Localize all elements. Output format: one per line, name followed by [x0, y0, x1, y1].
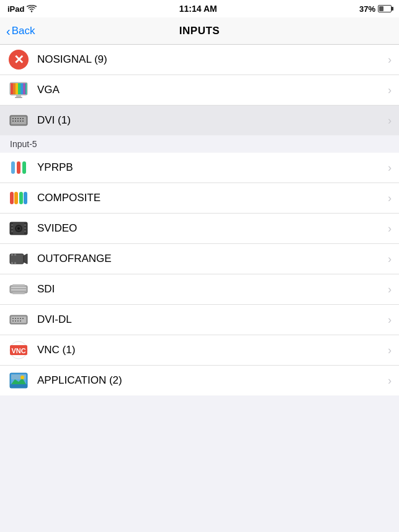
svg-rect-54: [11, 317, 26, 323]
list-item[interactable]: SVIDEO ›: [0, 214, 399, 244]
list-item[interactable]: DVI (1) ›: [0, 106, 399, 135]
page-title: INPUTS: [179, 25, 220, 37]
svg-rect-26: [10, 192, 14, 204]
vnc-icon: VNC: [7, 339, 30, 361]
svg-rect-62: [17, 320, 19, 322]
svg-rect-21: [20, 120, 21, 122]
svg-rect-27: [14, 192, 18, 204]
dvi-icon: [7, 109, 30, 132]
svg-rect-25: [22, 161, 26, 174]
chevron-right-icon: ›: [388, 84, 392, 97]
list-item[interactable]: SDI ›: [0, 274, 399, 305]
nosignal-icon: ✕: [7, 48, 30, 71]
list-item[interactable]: APPLICATION (2) ›: [0, 366, 399, 395]
yprpb-icon: [7, 156, 30, 179]
chevron-right-icon: ›: [388, 344, 392, 357]
vnc1-label: VNC (1): [37, 344, 383, 356]
outofrange-icon: [7, 248, 30, 270]
section-list: YPRPB › COMPOSITE ›: [0, 153, 399, 395]
svg-rect-55: [12, 318, 14, 319]
chevron-right-icon: ›: [388, 222, 392, 235]
status-left: iPad: [7, 4, 37, 14]
app2-label: APPLICATION (2): [37, 374, 383, 387]
composite-icon: [7, 187, 30, 209]
svg-marker-43: [24, 254, 27, 264]
svg-point-41: [17, 227, 20, 230]
status-right: 37%: [359, 4, 392, 14]
svg-rect-3: [13, 83, 16, 94]
device-label: iPad: [7, 4, 24, 14]
svg-rect-61: [15, 320, 16, 322]
svg-rect-15: [17, 118, 19, 119]
section-header-label: Input-5: [10, 139, 37, 149]
svg-rect-72: [10, 384, 27, 388]
back-button[interactable]: ‹ Back: [6, 25, 35, 37]
outofrange-label: OUTOFRANGE: [37, 253, 383, 265]
back-chevron-icon: ‹: [6, 25, 11, 37]
svg-rect-12: [11, 117, 26, 124]
svg-point-71: [20, 376, 24, 379]
svg-rect-47: [14, 262, 16, 264]
svideo-label: SVIDEO: [37, 222, 383, 235]
svg-rect-44: [11, 254, 13, 256]
svg-rect-5: [18, 83, 20, 94]
svg-rect-17: [22, 118, 24, 119]
svg-rect-56: [15, 318, 16, 319]
chevron-right-icon: ›: [388, 374, 392, 387]
battery-percent: 37%: [359, 4, 375, 14]
svg-rect-46: [11, 262, 13, 264]
svg-rect-60: [12, 320, 14, 322]
svg-rect-13: [12, 118, 14, 119]
svg-rect-59: [22, 318, 24, 319]
svg-rect-49: [11, 287, 26, 288]
chevron-right-icon: ›: [388, 114, 392, 127]
composite-label: COMPOSITE: [37, 192, 383, 204]
list-item[interactable]: COMPOSITE ›: [0, 183, 399, 214]
svg-rect-51: [12, 284, 25, 286]
svg-rect-6: [20, 83, 23, 94]
svg-rect-7: [23, 83, 25, 94]
chevron-right-icon: ›: [388, 253, 392, 266]
svg-rect-23: [11, 161, 15, 174]
list-item[interactable]: VGA ›: [0, 75, 399, 106]
list-item[interactable]: YPRPB ›: [0, 153, 399, 183]
battery-icon: [378, 5, 392, 12]
svg-rect-33: [11, 224, 13, 226]
svg-rect-37: [24, 227, 26, 229]
yprpb-label: YPRPB: [37, 161, 383, 174]
svg-rect-36: [24, 224, 26, 226]
sdi-icon: [7, 278, 30, 300]
svg-rect-29: [24, 192, 27, 204]
svg-rect-28: [19, 192, 23, 204]
svg-rect-2: [11, 83, 13, 94]
sdi-label: SDI: [37, 283, 383, 295]
chevron-right-icon: ›: [388, 313, 392, 327]
nosignal-label: NOSIGNAL (9): [37, 53, 383, 66]
svg-rect-45: [14, 254, 16, 256]
svg-rect-8: [25, 83, 27, 94]
status-time: 11:14 AM: [179, 4, 217, 14]
svg-rect-57: [17, 318, 19, 319]
list-item[interactable]: ✕ NOSIGNAL (9) ›: [0, 45, 399, 75]
chevron-right-icon: ›: [388, 53, 392, 66]
svg-rect-50: [11, 289, 26, 291]
status-bar: iPad 11:14 AM 37%: [0, 0, 399, 17]
nav-bar: ‹ Back INPUTS: [0, 17, 399, 45]
dvi1-label: DVI (1): [37, 114, 383, 127]
wifi-icon: [27, 5, 37, 12]
list-item[interactable]: VNC VNC (1) ›: [0, 335, 399, 366]
back-label: Back: [12, 25, 35, 37]
svg-text:VNC: VNC: [11, 347, 25, 354]
svg-rect-20: [17, 120, 19, 122]
svg-rect-19: [15, 120, 16, 122]
list-item[interactable]: OUTOFRANGE ›: [0, 244, 399, 274]
app-icon: [7, 369, 30, 392]
vga-icon: [7, 79, 30, 101]
dvi-dl-icon: [7, 309, 30, 331]
list-item[interactable]: DVI-DL ›: [0, 305, 399, 335]
chevron-right-icon: ›: [388, 192, 392, 205]
vga-label: VGA: [37, 84, 383, 96]
svg-rect-18: [12, 120, 14, 122]
svg-rect-52: [12, 292, 25, 294]
svg-rect-14: [15, 118, 16, 119]
